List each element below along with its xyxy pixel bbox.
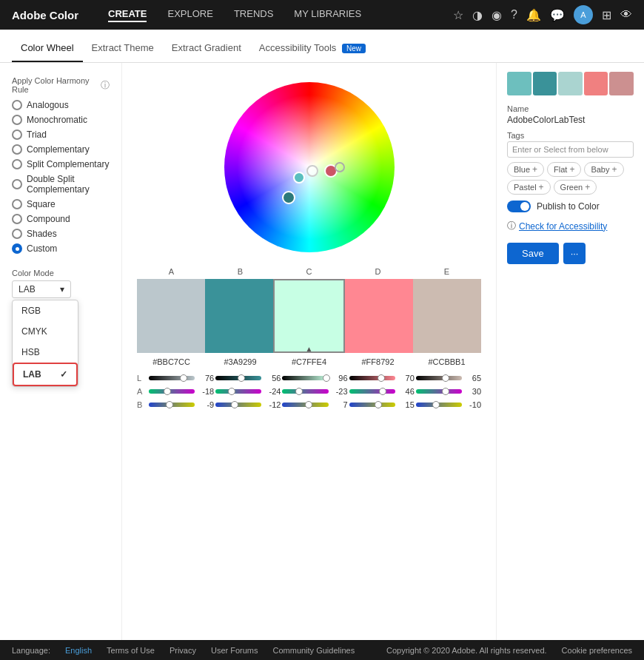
harmony-square[interactable]: Square <box>12 199 110 209</box>
wheel-dot-b[interactable] <box>293 172 305 183</box>
footer-terms[interactable]: Terms of Use <box>107 646 155 655</box>
swatch-e[interactable] <box>413 279 481 353</box>
tab-extract-gradient[interactable]: Extract Gradient <box>163 33 250 62</box>
radio-complementary[interactable] <box>12 144 22 155</box>
harmony-monochromatic[interactable]: Monochromatic <box>12 115 110 125</box>
color-wheel[interactable] <box>224 82 395 252</box>
a-slider-e-track[interactable] <box>416 389 462 394</box>
l-slider-a-track[interactable] <box>149 376 195 380</box>
b-slider-group: -9 -12 7 <box>149 400 481 409</box>
l-slider-c-track[interactable] <box>282 376 328 380</box>
radio-square[interactable] <box>12 199 22 209</box>
swatch-label-c: C <box>275 267 343 276</box>
radio-double-split[interactable] <box>12 179 22 189</box>
nav-explore[interactable]: EXPLORE <box>167 8 212 22</box>
nav-create[interactable]: CREATE <box>108 8 147 22</box>
tag-flat[interactable]: Flat + <box>547 162 581 177</box>
bell-icon[interactable]: 🔔 <box>526 8 541 22</box>
swatch-b[interactable] <box>205 279 273 353</box>
tag-baby[interactable]: Baby + <box>584 162 623 177</box>
b-slider-b-track[interactable] <box>215 403 261 407</box>
harmony-compound[interactable]: Compound <box>12 214 110 224</box>
theme-swatch-1[interactable] <box>507 72 531 95</box>
brand-logo[interactable]: Adobe Color <box>12 9 78 21</box>
footer-privacy[interactable]: Privacy <box>170 646 196 655</box>
nav-trends[interactable]: TRENDS <box>234 8 273 22</box>
footer-community[interactable]: Community Guidelines <box>273 646 355 655</box>
footer-language[interactable]: English <box>65 646 92 655</box>
footer-cookies[interactable]: Cookie preferences <box>562 646 632 655</box>
harmony-complementary[interactable]: Complementary <box>12 144 110 155</box>
harmony-shades[interactable]: Shades <box>12 229 110 239</box>
radio-custom[interactable] <box>12 243 22 254</box>
dropdown-cmyk[interactable]: CMYK <box>13 321 78 342</box>
radio-compound[interactable] <box>12 214 22 224</box>
theme-swatch-4[interactable] <box>584 72 608 95</box>
dropdown-lab[interactable]: LAB ✓ <box>13 363 78 386</box>
wheel-dot-e[interactable] <box>335 162 345 172</box>
save-button[interactable]: Save <box>507 243 559 264</box>
tag-plus-pastel[interactable]: + <box>539 182 544 192</box>
chat-icon[interactable]: 💬 <box>550 8 565 22</box>
b-slider-c-track[interactable] <box>282 403 328 407</box>
tag-green[interactable]: Green + <box>554 180 597 195</box>
tag-plus-blue[interactable]: + <box>532 164 537 175</box>
dropdown-hsb[interactable]: HSB <box>13 342 78 363</box>
swatch-a[interactable] <box>137 279 205 353</box>
swatch-d[interactable] <box>345 279 413 353</box>
a-slider-a-track[interactable] <box>149 389 195 394</box>
radio-split-complementary[interactable] <box>12 159 22 169</box>
color-mode-select[interactable]: LAB ▾ <box>12 280 71 298</box>
tab-color-wheel[interactable]: Color Wheel <box>12 33 83 62</box>
theme-swatch-5[interactable] <box>609 72 634 95</box>
a-slider-c-track[interactable] <box>282 389 328 394</box>
tag-pastel[interactable]: Pastel + <box>507 180 551 195</box>
dropdown-rgb[interactable]: RGB <box>13 300 78 321</box>
avatar[interactable]: A <box>574 5 593 24</box>
eye-icon[interactable]: 👁 <box>620 8 632 21</box>
theme-swatch-3[interactable] <box>558 72 583 95</box>
tag-plus-green[interactable]: + <box>585 182 590 192</box>
radio-shades[interactable] <box>12 229 22 239</box>
radio-analogous[interactable] <box>12 100 22 110</box>
tag-plus-baby[interactable]: + <box>611 164 617 175</box>
harmony-analogous[interactable]: Analogous <box>12 100 110 110</box>
tab-extract-theme[interactable]: Extract Theme <box>83 33 163 62</box>
info-icon[interactable]: ⓘ <box>101 79 110 92</box>
b-slider-d-track[interactable] <box>349 403 395 407</box>
color-wheel-icon[interactable]: ◉ <box>492 8 502 22</box>
tab-accessibility[interactable]: Accessibility Tools New <box>250 33 375 62</box>
l-slider-b-track[interactable] <box>215 376 261 380</box>
a-slider-d-track[interactable] <box>349 389 395 394</box>
b-slider-e-track[interactable] <box>416 403 462 407</box>
swatch-c[interactable] <box>273 279 344 353</box>
l-slider-e-track[interactable] <box>416 376 462 380</box>
tag-blue[interactable]: Blue + <box>507 162 544 177</box>
b-slider-a-track[interactable] <box>149 403 195 407</box>
wheel-dot-c[interactable] <box>306 165 318 177</box>
footer-forums[interactable]: User Forums <box>211 646 258 655</box>
harmony-double-split[interactable]: Double Split Complementary <box>12 174 110 195</box>
harmony-custom[interactable]: Custom <box>12 243 110 254</box>
accessibility-row[interactable]: ⓘ Check for Accessibility <box>507 220 634 232</box>
moon-icon[interactable]: ◑ <box>472 8 483 22</box>
wheel-dot-a[interactable] <box>282 191 295 204</box>
harmony-split-complementary[interactable]: Split Complementary <box>12 159 110 169</box>
tags-input[interactable]: Enter or Select from below <box>507 141 634 158</box>
a-slider-b-track[interactable] <box>215 389 261 394</box>
harmony-triad[interactable]: Triad <box>12 129 110 140</box>
harmony-label: Apply Color Harmony Rule ⓘ <box>12 76 110 94</box>
publish-toggle[interactable] <box>507 201 531 212</box>
help-icon[interactable]: ? <box>511 8 517 21</box>
nav-libraries[interactable]: MY LIBRARIES <box>294 8 361 22</box>
grid-icon[interactable]: ⊞ <box>602 8 611 22</box>
more-options-button[interactable]: ··· <box>563 243 586 264</box>
tag-plus-flat[interactable]: + <box>569 164 574 175</box>
star-icon[interactable]: ☆ <box>453 8 463 22</box>
check-accessibility-link[interactable]: Check for Accessibility <box>519 221 607 232</box>
radio-monochromatic[interactable] <box>12 115 22 125</box>
info-circle-icon: ⓘ <box>507 220 516 232</box>
radio-triad[interactable] <box>12 129 22 140</box>
l-slider-d-track[interactable] <box>349 376 395 380</box>
theme-swatch-2[interactable] <box>533 72 557 95</box>
